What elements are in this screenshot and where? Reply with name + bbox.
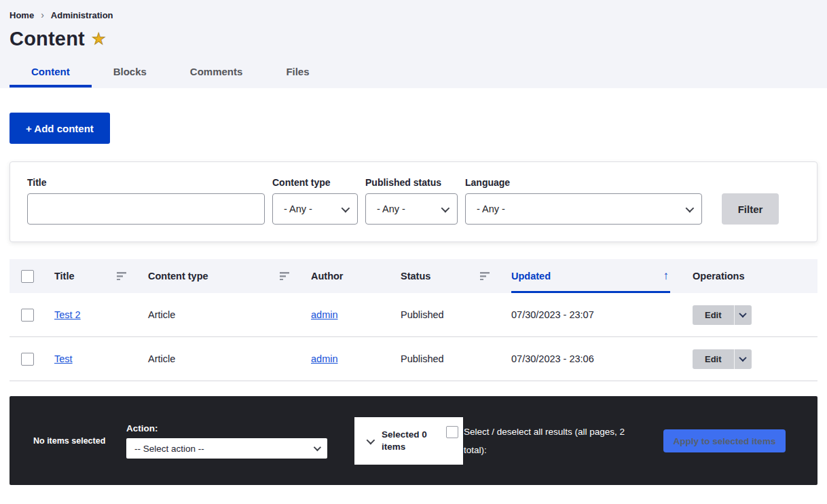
- chevron-down-icon: [739, 310, 746, 317]
- content-type-cell: Article: [141, 337, 304, 381]
- tab-blocks[interactable]: Blocks: [92, 62, 168, 88]
- column-header-author: Author: [304, 259, 394, 293]
- content-table: Title Content type Author Status Updated…: [10, 259, 817, 381]
- status-cell: Published: [394, 337, 504, 381]
- node-title-link[interactable]: Test 2: [54, 309, 81, 320]
- tab-comments[interactable]: Comments: [168, 62, 265, 88]
- operations-dropbutton: Edit: [693, 349, 752, 369]
- column-header-updated[interactable]: Updated ↑: [504, 259, 686, 293]
- tab-files[interactable]: Files: [264, 62, 331, 88]
- language-select-value: - Any -: [477, 203, 505, 214]
- apply-to-selected-button[interactable]: Apply to selected items: [663, 429, 786, 452]
- published-status-filter-label: Published status: [365, 177, 458, 188]
- action-select-value: -- Select action --: [134, 444, 204, 454]
- chevron-down-icon: [686, 203, 695, 212]
- breadcrumb-separator-icon: ›: [41, 9, 44, 20]
- action-field: Action: -- Select action --: [126, 423, 327, 459]
- breadcrumb: Home › Administration: [10, 9, 817, 20]
- breadcrumb-home-link[interactable]: Home: [10, 10, 34, 20]
- action-label: Action:: [126, 423, 327, 433]
- tab-content[interactable]: Content: [10, 62, 92, 88]
- chevron-down-icon: [441, 203, 450, 212]
- sort-icon[interactable]: [480, 272, 490, 280]
- action-select[interactable]: -- Select action --: [126, 438, 327, 459]
- chevron-down-icon: [342, 203, 350, 212]
- operations-dropbutton: Edit: [693, 305, 752, 325]
- title-filter-input[interactable]: [27, 193, 265, 225]
- node-title-link[interactable]: Test: [54, 353, 73, 364]
- updated-cell: 07/30/2023 - 23:07: [504, 293, 686, 337]
- select-all-results-label: Select / deselect all results (all pages…: [464, 423, 642, 459]
- bulk-actions-bar: No items selected Action: -- Select acti…: [10, 396, 817, 485]
- filter-button[interactable]: Filter: [722, 193, 779, 225]
- language-select[interactable]: - Any -: [465, 193, 702, 225]
- chevron-down-icon: [367, 435, 375, 444]
- selected-items-count: Selected 0 items: [382, 429, 441, 452]
- author-link[interactable]: admin: [311, 309, 338, 320]
- page-title: Content: [10, 28, 85, 50]
- content-type-select-value: - Any -: [284, 203, 312, 214]
- content-type-cell: Article: [141, 293, 304, 337]
- language-filter-label: Language: [465, 177, 702, 188]
- add-content-button[interactable]: + Add content: [10, 113, 110, 144]
- sort-icon[interactable]: [117, 272, 126, 280]
- page-header: Home › Administration Content ★ Content …: [0, 0, 827, 88]
- select-all-results-checkbox[interactable]: [446, 426, 458, 438]
- content-type-select[interactable]: - Any -: [272, 193, 358, 225]
- breadcrumb-administration-link[interactable]: Administration: [51, 10, 113, 20]
- row-checkbox[interactable]: [21, 353, 34, 366]
- updated-cell: 07/30/2023 - 23:06: [504, 337, 686, 381]
- row-checkbox[interactable]: [21, 309, 34, 322]
- chevron-down-icon: [739, 354, 746, 362]
- published-status-select[interactable]: - Any -: [365, 193, 458, 225]
- dropbutton-toggle[interactable]: [735, 349, 752, 369]
- author-link[interactable]: admin: [311, 353, 338, 364]
- column-header-title[interactable]: Title: [48, 259, 141, 293]
- status-cell: Published: [394, 293, 504, 337]
- favorite-star-icon[interactable]: ★: [92, 30, 106, 48]
- title-filter-label: Title: [27, 177, 265, 188]
- dropbutton-toggle[interactable]: [735, 305, 752, 325]
- content-type-filter-label: Content type: [272, 177, 358, 188]
- primary-tabs: Content Blocks Comments Files: [10, 62, 817, 88]
- main-content: + Add content Title Content type - Any -…: [0, 88, 827, 381]
- edit-button[interactable]: Edit: [693, 349, 734, 369]
- chevron-down-icon: [314, 444, 321, 451]
- filter-panel: Title Content type - Any - Published sta…: [10, 161, 817, 242]
- selected-items-toggle[interactable]: Selected 0 items: [354, 417, 463, 465]
- selection-status-text: No items selected: [33, 436, 105, 446]
- column-header-content-type[interactable]: Content type: [141, 259, 304, 293]
- sort-ascending-arrow-icon[interactable]: ↑: [663, 269, 669, 283]
- edit-button[interactable]: Edit: [693, 305, 734, 325]
- column-header-status[interactable]: Status: [394, 259, 504, 293]
- column-header-operations: Operations: [686, 259, 817, 293]
- select-all-checkbox[interactable]: [21, 270, 34, 283]
- sort-icon[interactable]: [280, 272, 289, 280]
- published-status-select-value: - Any -: [377, 203, 405, 214]
